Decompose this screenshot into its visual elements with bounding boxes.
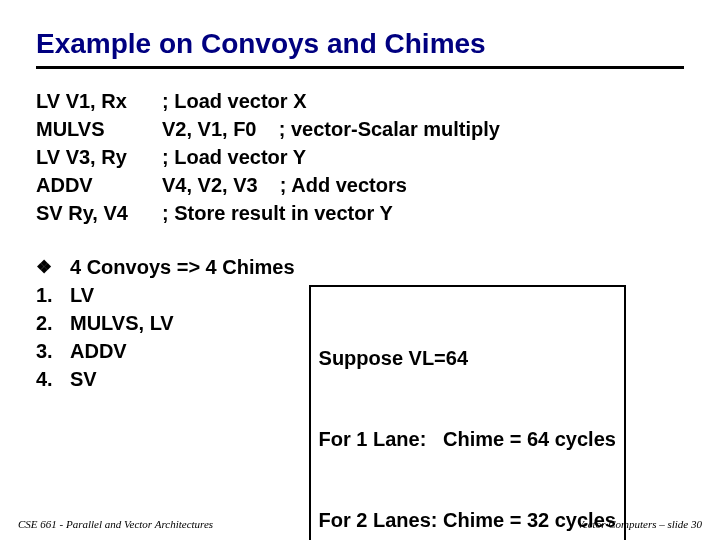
- list-item: 3. ADDV: [36, 337, 295, 365]
- instr-right: V2, V1, F0 ; vector-Scalar multiply: [162, 115, 684, 143]
- list-number: 1.: [36, 281, 70, 309]
- instr-left: LV V3, Ry: [36, 143, 162, 171]
- list-text: LV: [70, 281, 94, 309]
- slide-footer: CSE 661 - Parallel and Vector Architectu…: [18, 518, 702, 530]
- instr-row: LV V3, Ry ; Load vector Y: [36, 143, 684, 171]
- instr-row: MULVS V2, V1, F0 ; vector-Scalar multipl…: [36, 115, 684, 143]
- list-item: 1. LV: [36, 281, 295, 309]
- suppose-line: For 1 Lane: Chime = 64 cycles: [319, 426, 616, 453]
- list-text: ADDV: [70, 337, 127, 365]
- convoys-heading-text: 4 Convoys => 4 Chimes: [70, 253, 295, 281]
- instr-row: ADDV V4, V2, V3 ; Add vectors: [36, 171, 684, 199]
- list-text: SV: [70, 365, 97, 393]
- instr-left: LV V1, Rx: [36, 87, 162, 115]
- instr-right: ; Load vector X: [162, 87, 684, 115]
- suppose-line: Suppose VL=64: [319, 345, 616, 372]
- instr-row: SV Ry, V4 ; Store result in vector Y: [36, 199, 684, 227]
- diamond-bullet-icon: ❖: [36, 255, 70, 283]
- instr-right: ; Store result in vector Y: [162, 199, 684, 227]
- list-number: 2.: [36, 309, 70, 337]
- convoys-list: ❖ 4 Convoys => 4 Chimes 1. LV 2. MULVS, …: [36, 253, 295, 393]
- list-number: 4.: [36, 365, 70, 393]
- convoys-heading: ❖ 4 Convoys => 4 Chimes: [36, 253, 295, 281]
- instr-left: ADDV: [36, 171, 162, 199]
- instr-row: LV V1, Rx ; Load vector X: [36, 87, 684, 115]
- list-item: 4. SV: [36, 365, 295, 393]
- list-number: 3.: [36, 337, 70, 365]
- instr-left: SV Ry, V4: [36, 199, 162, 227]
- lower-section: ❖ 4 Convoys => 4 Chimes 1. LV 2. MULVS, …: [36, 253, 684, 540]
- footer-left: CSE 661 - Parallel and Vector Architectu…: [18, 518, 213, 530]
- instruction-block: LV V1, Rx ; Load vector X MULVS V2, V1, …: [36, 87, 684, 227]
- slide-title: Example on Convoys and Chimes: [36, 28, 684, 60]
- footer-right: Vector Computers – slide 30: [577, 518, 702, 530]
- title-rule: [36, 66, 684, 69]
- suppose-box: Suppose VL=64 For 1 Lane: Chime = 64 cyc…: [309, 285, 626, 540]
- instr-right: ; Load vector Y: [162, 143, 684, 171]
- instr-right: V4, V2, V3 ; Add vectors: [162, 171, 684, 199]
- instr-left: MULVS: [36, 115, 162, 143]
- list-text: MULVS, LV: [70, 309, 174, 337]
- list-item: 2. MULVS, LV: [36, 309, 295, 337]
